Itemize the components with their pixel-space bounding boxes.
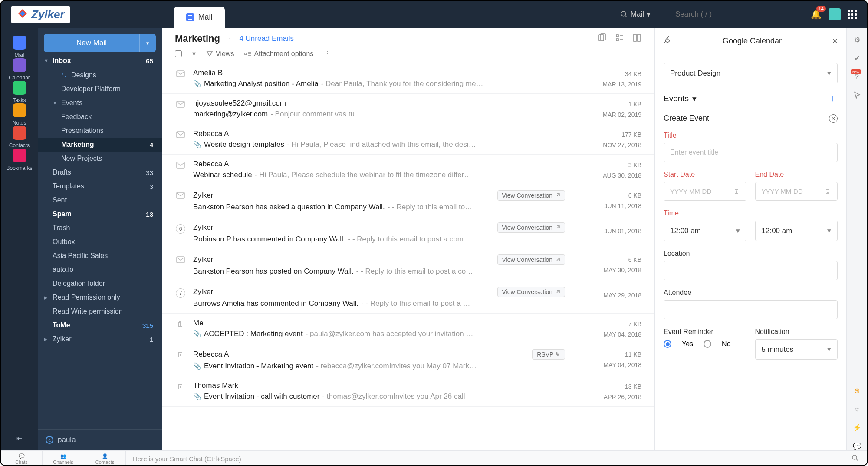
layout-icon-1[interactable] bbox=[598, 33, 607, 44]
avatar[interactable] bbox=[829, 8, 841, 20]
attendee-label: Attendee bbox=[664, 289, 838, 297]
contacts-tab[interactable]: 👤Contacts bbox=[84, 451, 126, 466]
folder-item[interactable]: Spam13 bbox=[38, 207, 162, 221]
folder-item[interactable]: Developer Platform bbox=[38, 82, 162, 96]
email-row[interactable]: 🗓Rebecca ARSVP ✎📎Event Invitation - Mark… bbox=[162, 344, 654, 376]
attachment-icon: 📎 bbox=[193, 80, 201, 88]
search-scope[interactable]: Mail ▾ bbox=[620, 10, 651, 19]
folder-name: Asia Pacific Sales bbox=[53, 252, 108, 260]
folder-item[interactable]: auto.io bbox=[38, 263, 162, 277]
email-date: MAY 29, 2018 bbox=[604, 292, 641, 299]
check-icon[interactable]: ✔︎ bbox=[854, 54, 860, 63]
notifications-button[interactable]: 🔔 14 bbox=[811, 9, 822, 20]
folder-item[interactable]: Asia Pacific Sales bbox=[38, 249, 162, 263]
add-event-icon[interactable]: ＋ bbox=[828, 92, 838, 105]
app-tab-mail[interactable]: Mail bbox=[174, 7, 225, 28]
email-row[interactable]: ZylkerView Conversation Bankston Pearson… bbox=[162, 249, 654, 281]
event-title-input[interactable] bbox=[664, 143, 838, 162]
folder-item[interactable]: Outbox bbox=[38, 235, 162, 249]
attachment-options-button[interactable]: Attachment options bbox=[244, 50, 313, 58]
close-create-event-icon[interactable]: ✕ bbox=[829, 114, 838, 123]
rail-item-tasks[interactable]: Tasks bbox=[6, 81, 32, 103]
folder-item[interactable]: Delegation folder bbox=[38, 277, 162, 291]
rail-item-mail[interactable]: Mail bbox=[6, 36, 32, 58]
more-icon[interactable]: ⋮ bbox=[324, 50, 331, 58]
views-button[interactable]: Views bbox=[206, 50, 234, 58]
folder-item[interactable]: Sent bbox=[38, 193, 162, 207]
folder-item[interactable]: Drafts33 bbox=[38, 165, 162, 179]
add-note-icon[interactable]: ⊕ bbox=[854, 387, 860, 395]
rail-item-calendar[interactable]: Calendar bbox=[6, 58, 32, 81]
close-icon[interactable]: ✕ bbox=[832, 37, 838, 45]
folder-item[interactable]: Marketing4 bbox=[38, 138, 162, 152]
brand-logo[interactable]: Zylker bbox=[11, 6, 70, 23]
current-user-row[interactable]: paula bbox=[38, 429, 162, 450]
rail-item-contacts[interactable]: Contacts bbox=[6, 126, 32, 149]
unread-count-link[interactable]: 4 Unread Emails bbox=[239, 34, 294, 43]
email-row[interactable]: 🗓Thomas Mark📎Event Invitation - call wit… bbox=[162, 376, 654, 407]
collapse-icon[interactable]: ⇤ bbox=[16, 434, 22, 450]
folder-item[interactable]: Presentations bbox=[38, 124, 162, 138]
new-mail-dropdown[interactable]: ▾ bbox=[139, 34, 156, 52]
chats-tab[interactable]: 💬Chats bbox=[1, 451, 43, 466]
cursor-icon[interactable] bbox=[853, 91, 861, 101]
end-time-select[interactable]: 12:00 am▾ bbox=[755, 221, 838, 241]
end-date-input[interactable]: YYYY-MM-DD🗓 bbox=[755, 182, 838, 201]
apps-grid-icon[interactable] bbox=[848, 10, 857, 19]
view-conversation-button[interactable]: View Conversation bbox=[497, 222, 565, 233]
folder-item[interactable]: ▶Zylker1 bbox=[38, 332, 162, 346]
chevron-down-icon[interactable]: ▾ bbox=[192, 50, 196, 58]
start-date-input[interactable]: YYYY-MM-DD🗓 bbox=[664, 182, 746, 201]
view-conversation-button[interactable]: View Conversation bbox=[497, 254, 565, 265]
search-input[interactable] bbox=[675, 10, 762, 19]
folder-item[interactable]: New Projects bbox=[38, 152, 162, 165]
email-row[interactable]: ZylkerView Conversation Bankston Pearson… bbox=[162, 185, 654, 217]
folder-item[interactable]: Read Write permission bbox=[38, 304, 162, 318]
rsvp-button[interactable]: RSVP ✎ bbox=[532, 349, 565, 360]
folder-item[interactable]: Templates3 bbox=[38, 179, 162, 193]
folder-item[interactable]: ToMe315 bbox=[38, 318, 162, 332]
channels-tab[interactable]: 👥Channels bbox=[43, 451, 84, 466]
attendee-input[interactable] bbox=[664, 300, 838, 319]
folder-item[interactable]: Trash bbox=[38, 221, 162, 235]
layout-icon-3[interactable] bbox=[633, 33, 641, 44]
start-time-select[interactable]: 12:00 am▾ bbox=[664, 221, 746, 241]
layout-icon-2[interactable] bbox=[615, 33, 624, 44]
events-section-header[interactable]: Events▾ bbox=[664, 94, 697, 104]
plug-icon[interactable]: ⚡ bbox=[853, 423, 861, 432]
notification-value: 5 minutes bbox=[762, 345, 794, 354]
view-conversation-button[interactable]: View Conversation bbox=[497, 190, 565, 201]
gear-icon[interactable]: ⚙ bbox=[854, 36, 860, 44]
email-row[interactable]: Amelia B📎Marketing Analyst position - Am… bbox=[162, 63, 654, 94]
folder-item[interactable]: ▼Inbox65 bbox=[38, 54, 162, 68]
svg-rect-10 bbox=[245, 53, 247, 55]
svg-rect-4 bbox=[616, 35, 618, 37]
email-row[interactable]: njoyasoulee522@gmail.commarketing@zylker… bbox=[162, 94, 654, 124]
folder-item[interactable]: ▶Read Permission only bbox=[38, 291, 162, 304]
rail-item-bookmarks[interactable]: Bookmarks bbox=[6, 149, 32, 171]
select-all-checkbox[interactable] bbox=[175, 50, 182, 57]
search-icon[interactable] bbox=[852, 454, 867, 463]
location-input[interactable] bbox=[664, 261, 838, 280]
email-list: Amelia B📎Marketing Analyst position - Am… bbox=[162, 63, 654, 450]
reminder-yes-radio[interactable] bbox=[664, 340, 671, 348]
folder-item[interactable]: Feedback bbox=[38, 110, 162, 124]
folder-item[interactable]: ⇋Designs bbox=[38, 68, 162, 82]
email-row[interactable]: 6ZylkerView Conversation Robinson P has … bbox=[162, 217, 654, 249]
help-icon[interactable]: ? bbox=[855, 73, 859, 81]
brightness-icon[interactable]: ☼ bbox=[854, 405, 860, 413]
folder-item[interactable]: ▼Events bbox=[38, 96, 162, 110]
folder-name: Sent bbox=[53, 196, 67, 204]
view-conversation-button[interactable]: View Conversation bbox=[497, 287, 565, 297]
email-row[interactable]: Rebecca A📎Wesite design templates - Hi P… bbox=[162, 124, 654, 155]
notification-select[interactable]: 5 minutes▾ bbox=[755, 339, 838, 360]
email-row[interactable]: Rebecca AWebinar schedule - Hi Paula, Pl… bbox=[162, 155, 654, 185]
email-row[interactable]: 🗓Me📎ACCEPTED : Marketing event - paula@z… bbox=[162, 314, 654, 344]
new-mail-button[interactable]: New Mail bbox=[44, 34, 139, 52]
calendar-select[interactable]: Product Design▾ bbox=[664, 63, 838, 83]
rail-label: Calendar bbox=[9, 75, 30, 81]
rail-item-notes[interactable]: Notes bbox=[6, 103, 32, 126]
chat-icon[interactable]: 💬 bbox=[853, 442, 861, 450]
reminder-no-radio[interactable] bbox=[704, 340, 711, 348]
email-row[interactable]: 7ZylkerView Conversation Burrows Amelia … bbox=[162, 281, 654, 314]
